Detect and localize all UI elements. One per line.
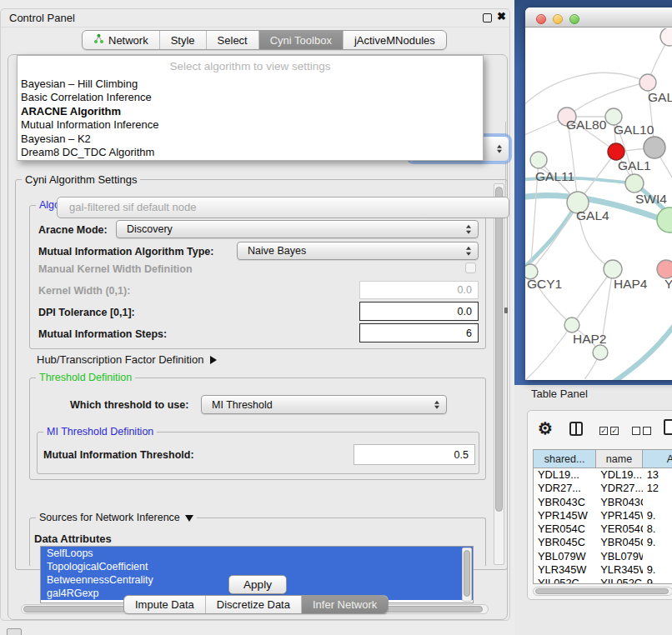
- mi-algorithm-type-value: Naive Bayes: [248, 245, 306, 257]
- hub-definition-toggle[interactable]: Hub/Transcription Factor Definition: [37, 353, 217, 366]
- network-combobox-fragment[interactable]: gal-filtered sif default node: [57, 197, 509, 218]
- kernel-width-field[interactable]: 0.0: [359, 281, 479, 299]
- node-label: GAL4: [576, 208, 609, 222]
- table-cell: [643, 496, 672, 509]
- mi-algorithm-type-label: Mutual Information Algorithm Type:: [38, 246, 213, 258]
- tab-select[interactable]: Select: [206, 31, 258, 49]
- attribute-item-selfloops[interactable]: SelfLoops: [41, 547, 473, 560]
- tab-discretize-data[interactable]: Discretize Data: [205, 596, 301, 613]
- network-edge[interactable]: [572, 269, 613, 325]
- dpi-tolerance-field[interactable]: 0.0: [359, 302, 479, 321]
- columns-icon[interactable]: [569, 422, 583, 436]
- table-cell: YBR045C: [596, 536, 642, 549]
- network-edge[interactable]: [607, 322, 672, 380]
- hub-definition-label: Hub/Transcription Factor Definition: [37, 353, 203, 366]
- network-node[interactable]: [660, 28, 672, 46]
- cyni-algorithm-settings-title: Cyni Algorithm Settings: [22, 173, 140, 186]
- column-header-a[interactable]: A: [643, 450, 672, 468]
- network-node-swi4[interactable]: [625, 174, 644, 192]
- which-threshold-value: MI Threshold: [212, 399, 273, 411]
- network-edge[interactable]: [525, 325, 572, 380]
- network-node[interactable]: [657, 208, 672, 232]
- zoom-traffic-light[interactable]: [569, 14, 579, 24]
- table-row[interactable]: YDL19...YDL19...13: [534, 468, 672, 482]
- settings-vertical-scrollbar[interactable]: [494, 183, 504, 565]
- which-threshold-combobox[interactable]: MI Threshold: [201, 395, 447, 414]
- table-row[interactable]: YBL079WYBL079W: [534, 550, 672, 563]
- unchecked-box-icon[interactable]: [643, 427, 651, 435]
- table-row[interactable]: YIL052CYIL052C9: [534, 577, 672, 584]
- network-combobox-text: gal-filtered sif default node: [69, 201, 196, 213]
- algorithm-option-dream8-dc-tdc-algorithm[interactable]: Dream8 DC_TDC Algorithm: [18, 146, 483, 159]
- threshold-definition-title: Threshold Definition: [36, 372, 135, 384]
- tab-impute-data[interactable]: Impute Data: [124, 596, 205, 613]
- table-row[interactable]: YBR045CYBR045C9.: [534, 536, 672, 549]
- close-window-icon[interactable]: ✖: [497, 10, 506, 22]
- mi-algorithm-type-combobox[interactable]: Naive Bayes: [237, 242, 479, 260]
- tab-style[interactable]: Style: [159, 31, 206, 49]
- table-row[interactable]: YLR345WYLR345W9.: [534, 563, 672, 577]
- aracne-mode-combobox[interactable]: Discovery: [116, 220, 479, 238]
- network-edge[interactable]: [525, 72, 648, 108]
- table-scrollbar-thumb[interactable]: [535, 588, 669, 594]
- tab-label: Network: [108, 34, 148, 47]
- algorithm-option-bayesian-hill-climbing[interactable]: Bayesian – Hill Climbing: [18, 78, 483, 91]
- network-node-hap4[interactable]: [604, 260, 622, 278]
- settings-scrollbar-thumb[interactable]: [495, 187, 503, 512]
- minimize-traffic-light[interactable]: [553, 14, 563, 24]
- network-node-gal11[interactable]: [530, 152, 547, 168]
- checked-box-icon[interactable]: ✓: [599, 427, 608, 435]
- mi-threshold-label: Mutual Information Threshold:: [43, 449, 194, 461]
- column-header-shared[interactable]: shared...: [534, 450, 596, 468]
- network-node-gal1[interactable]: [608, 143, 624, 160]
- minimized-panel-icon[interactable]: [7, 628, 22, 635]
- manual-kernel-width-checkbox[interactable]: [465, 262, 476, 273]
- checked-box-icon[interactable]: ✓: [610, 427, 619, 435]
- close-traffic-light[interactable]: [536, 14, 546, 24]
- unchecked-box-icon[interactable]: [632, 427, 640, 435]
- tab-network[interactable]: Network: [83, 31, 159, 49]
- apply-button[interactable]: Apply: [228, 575, 287, 594]
- mi-threshold-field[interactable]: 0.5: [354, 444, 475, 465]
- tab-label: Select: [218, 34, 248, 47]
- table-row[interactable]: YDR27...YDR27...12: [534, 482, 672, 495]
- control-panel-tab-bar: NetworkStyleSelectCyni ToolboxjActiveMNo…: [82, 30, 447, 50]
- attribute-item-topologicalcoefficient[interactable]: TopologicalCoefficient: [41, 560, 473, 573]
- algorithm-option-mutual-information-inference[interactable]: Mutual Information Inference: [18, 118, 483, 132]
- network-node[interactable]: [593, 345, 608, 360]
- network-canvas[interactable]: GALGAL80GAL10GAL1GAL11SWI4GAL4GCY1HAP4YH…: [525, 28, 672, 380]
- cyni-algorithm-settings-group: Cyni Algorithm Settings Algorithm Defini…: [15, 179, 508, 570]
- tab-label: Discretize Data: [217, 598, 290, 611]
- network-node-y[interactable]: [657, 260, 672, 278]
- table-cell: 13: [643, 468, 672, 482]
- tab-jactivemnodules[interactable]: jActiveMNodules: [343, 31, 446, 49]
- network-node-hap2[interactable]: [564, 318, 579, 332]
- panel-divider-handle[interactable]: [504, 308, 508, 313]
- collapsed-arrow-icon: [210, 356, 217, 364]
- table-row[interactable]: YPR145WYPR145W9.: [534, 509, 672, 522]
- threshold-definition-group: Threshold Definition Which threshold to …: [29, 378, 486, 480]
- tab-cyni-toolbox[interactable]: Cyni Toolbox: [258, 31, 343, 49]
- algorithm-option-aracne-algorithm[interactable]: ARACNE Algorithm: [18, 105, 483, 118]
- mi-steps-field[interactable]: 6: [359, 323, 479, 342]
- table-body: YDL19...YDL19...13YDR27...YDR27...12YBR0…: [534, 468, 672, 584]
- column-header-name[interactable]: name: [596, 450, 642, 468]
- table-cell: 9: [643, 577, 672, 584]
- network-node-gal[interactable]: [639, 74, 656, 91]
- float-window-icon[interactable]: [483, 13, 492, 22]
- network-node[interactable]: [644, 137, 665, 158]
- table-horizontal-scrollbar[interactable]: [533, 587, 672, 596]
- tab-infer-network[interactable]: Infer Network: [301, 596, 388, 613]
- table-row[interactable]: YBR043CYBR043C: [534, 496, 672, 509]
- attributes-scrollbar-thumb[interactable]: [464, 550, 470, 597]
- document-icon[interactable]: [664, 419, 672, 435]
- node-table: shared...nameA YDL19...YDL19...13YDR27..…: [533, 449, 672, 584]
- table-cell: YIL052C: [596, 577, 642, 584]
- attributes-vertical-scrollbar[interactable]: [462, 548, 472, 602]
- gear-icon[interactable]: ⚙: [538, 418, 553, 438]
- table-panel-title: Table Panel: [531, 388, 588, 400]
- algorithm-option-basic-correlation-inference[interactable]: Basic Correlation Inference: [18, 91, 483, 104]
- algorithm-option-bayesian-k2[interactable]: Bayesian – K2: [18, 132, 483, 146]
- sources-title[interactable]: Sources for Network Inference: [36, 512, 197, 524]
- table-row[interactable]: YER054CYER054C8.: [534, 522, 672, 536]
